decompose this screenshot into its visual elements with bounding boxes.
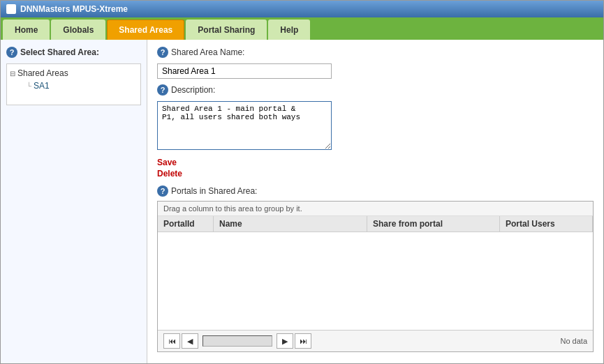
shared-area-name-input[interactable]	[157, 63, 332, 79]
portals-help-icon[interactable]: ?	[157, 185, 168, 197]
tab-home[interactable]: Home	[3, 20, 50, 40]
tab-globals[interactable]: Globals	[51, 20, 105, 40]
window-title: DNNMasters MPUS-Xtreme	[20, 4, 128, 14]
pagination-last-button[interactable]: ⏭	[295, 333, 311, 349]
description-label-row: ? Description:	[157, 84, 594, 96]
col-header-name[interactable]: Name	[214, 216, 367, 232]
portals-table-section: Drag a column to this area to group by i…	[157, 201, 594, 352]
tab-help[interactable]: Help	[268, 20, 310, 40]
pagination-buttons: ⏮ ◀ ▶ ⏭	[163, 333, 311, 349]
main-window: DNNMasters MPUS-Xtreme Home Globals Shar…	[0, 0, 604, 364]
col-header-portalid[interactable]: PortalId	[158, 216, 214, 232]
delete-link[interactable]: Delete	[157, 169, 594, 179]
table-body	[158, 232, 593, 330]
tree-line-icon: └	[27, 82, 31, 90]
left-panel: ? Select Shared Area: ⊟ Shared Areas └ S…	[1, 40, 147, 363]
pagination-bar: ⏮ ◀ ▶ ⏭ No data	[158, 330, 593, 351]
drag-hint: Drag a column to this area to group by i…	[158, 202, 593, 216]
shared-area-name-section: ? Shared Area Name:	[157, 47, 594, 79]
app-icon	[6, 4, 16, 14]
pagination-slider[interactable]	[202, 335, 272, 347]
description-textarea[interactable]: Shared Area 1 - main portal & P1, all us…	[157, 101, 332, 150]
shared-area-name-row: ? Shared Area Name:	[157, 47, 594, 58]
select-area-help-icon[interactable]: ?	[6, 47, 17, 58]
action-links: Save Delete	[157, 158, 594, 179]
content-area: ? Select Shared Area: ⊟ Shared Areas └ S…	[1, 40, 603, 363]
right-panel: ? Shared Area Name: ? Description: Share…	[147, 40, 603, 363]
shared-areas-tree: ⊟ Shared Areas └ SA1	[6, 63, 141, 105]
select-shared-area-label: ? Select Shared Area:	[6, 47, 141, 58]
portals-header: ? Portals in Shared Area:	[157, 185, 594, 197]
collapse-icon[interactable]: ⊟	[10, 70, 15, 77]
title-bar: DNNMasters MPUS-Xtreme	[1, 1, 603, 17]
table-header: PortalId Name Share from portal Portal U…	[158, 216, 593, 232]
shared-area-name-help-icon[interactable]: ?	[157, 47, 168, 58]
description-section: ? Description: Shared Area 1 - main port…	[157, 84, 594, 152]
pagination-first-button[interactable]: ⏮	[163, 333, 180, 349]
pagination-prev-button[interactable]: ◀	[182, 333, 198, 349]
description-label: ? Description:	[157, 84, 215, 96]
tree-root-item: ⊟ Shared Areas	[10, 67, 138, 79]
tab-portal-sharing[interactable]: Portal Sharing	[186, 20, 267, 40]
description-help-icon[interactable]: ?	[157, 84, 168, 96]
tree-child-sa1: └ SA1	[10, 79, 138, 92]
shared-area-name-label: ? Shared Area Name:	[157, 47, 244, 58]
nav-bar: Home Globals Shared Areas Portal Sharing…	[1, 17, 603, 40]
col-header-sharefrom[interactable]: Share from portal	[367, 216, 500, 232]
sa1-link[interactable]: SA1	[34, 81, 50, 91]
save-link[interactable]: Save	[157, 158, 594, 167]
tab-shared-areas[interactable]: Shared Areas	[107, 20, 184, 40]
no-data-label: No data	[560, 337, 587, 345]
pagination-next-button[interactable]: ▶	[277, 333, 293, 349]
col-header-users[interactable]: Portal Users	[500, 216, 593, 232]
